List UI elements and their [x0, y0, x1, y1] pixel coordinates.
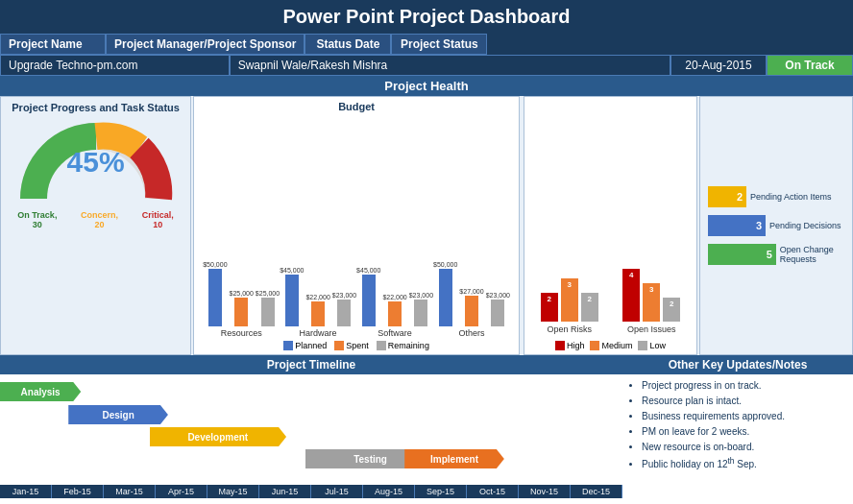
action-items-bar: 2 [708, 186, 746, 207]
action-items-row: 2 Pending Action Items [708, 186, 844, 207]
note-item-1: Project progress in on track. [642, 379, 845, 392]
legend-spent: Spent [346, 341, 369, 350]
note-item-6: Public holiday on 12th Sep. [642, 456, 845, 470]
legend-bars-section: 2 Pending Action Items 3 Pending Decisio… [699, 96, 853, 355]
budget-group-software: $45,000 $22,000 $23,000 Software [356, 267, 433, 338]
change-requests-bar: 5 [708, 244, 776, 265]
month-jan: Jan-15 [0, 485, 52, 498]
issue-medium-count: 3 [649, 283, 653, 294]
budget-group-others: $50,000 $27,000 $23,000 Others [433, 261, 510, 338]
budget-section: Budget $50,000 $25,000 $25, [193, 96, 520, 355]
legend-low: Low [649, 341, 666, 350]
risk-high-count: 2 [547, 293, 550, 303]
project-status-value: On Track [767, 55, 853, 76]
budget-legend: Planned Spent Remaining [198, 341, 515, 350]
notes-section: Other Key Updates/Notes Project progress… [622, 355, 853, 504]
open-risks-label: Open Risks [547, 324, 592, 334]
notes-body: Project progress in on track. Resource p… [622, 374, 853, 504]
progress-section: Project Progress and Task Status 45% On … [0, 96, 191, 355]
notes-header: Other Key Updates/Notes [622, 355, 853, 374]
month-sep: Sep-15 [415, 485, 467, 498]
decisions-bar: 3 [708, 215, 766, 236]
status-date-value: 20-Aug-2015 [670, 55, 767, 76]
decisions-label: Pending Decisions [769, 221, 841, 230]
risk-low-count: 2 [587, 293, 591, 303]
action-items-label: Pending Action Items [750, 192, 832, 202]
timeline-header: Project Timeline [0, 355, 622, 374]
month-jun: Jun-15 [259, 485, 311, 498]
legend-medium: Medium [601, 341, 632, 350]
critical-label: Critical,10 [142, 210, 174, 229]
month-feb: Feb-15 [52, 485, 104, 498]
project-health-header: Project Health [0, 76, 853, 96]
issue-low-count: 2 [670, 298, 673, 308]
budget-title: Budget [198, 101, 515, 112]
progress-title: Project Progress and Task Status [12, 102, 180, 113]
status-date-label: Status Date [305, 34, 391, 55]
timeline-body: Analysis Design Development Testing Impl… [0, 374, 622, 504]
month-mar: Mar-15 [104, 485, 156, 498]
month-aug: Aug-15 [363, 485, 415, 498]
note-item-4: PM on leave for 2 weeks. [642, 425, 845, 438]
timeline-bar-design: Design [68, 405, 168, 424]
open-issues-group: 4 3 2 Open Issues [622, 269, 680, 334]
decisions-row: 3 Pending Decisions [708, 215, 844, 236]
legend-remaining: Remaining [388, 341, 429, 350]
concern-label: Concern,20 [81, 210, 118, 229]
open-issues-label: Open Issues [627, 324, 676, 334]
risk-section: 2 3 2 Open Risks 4 [524, 96, 697, 355]
legend-high: High [567, 341, 585, 350]
timeline-section: Project Timeline Analysis Design Develop… [0, 355, 622, 504]
budget-label-hardware: Hardware [300, 328, 337, 338]
budget-group-resources: $50,000 $25,000 $25,000 Resources [203, 261, 280, 338]
legend-planned: Planned [295, 341, 327, 350]
budget-label-software: Software [378, 328, 412, 338]
risk-legend: High Medium Low [528, 341, 693, 350]
on-track-label: On Track,30 [17, 210, 57, 229]
pm-value: Swapnil Wale/Rakesh Mishra [230, 55, 670, 76]
timeline-bar-analysis: Analysis [0, 382, 81, 401]
timeline-bar-development: Development [150, 427, 287, 446]
month-dec: Dec-15 [571, 485, 622, 498]
note-item-5: New resource is on-board. [642, 441, 845, 453]
note-item-2: Resource plan is intact. [642, 395, 845, 407]
dashboard-title: Power Point Project Dashboard [0, 0, 853, 34]
note-item-3: Business requirements approved. [642, 410, 845, 422]
issue-high-count: 4 [629, 269, 633, 279]
month-may: May-15 [207, 485, 259, 498]
project-name-value: Upgrade Techno-pm.com [0, 55, 230, 76]
budget-label-resources: Resources [221, 328, 262, 338]
timeline-bar-implement: Implement [404, 449, 504, 468]
month-nov: Nov-15 [519, 485, 571, 498]
project-status-label: Project Status [391, 34, 487, 55]
month-jul: Jul-15 [311, 485, 363, 498]
change-requests-row: 5 Open Change Requests [708, 244, 844, 265]
project-name-label: Project Name [0, 34, 106, 55]
pm-label: Project Manager/Project Sponsor [106, 34, 305, 55]
month-apr: Apr-15 [156, 485, 207, 498]
change-requests-label: Open Change Requests [780, 245, 844, 264]
budget-group-hardware: $45,000 $22,000 $23,000 Hardware [280, 267, 356, 338]
budget-label-others: Others [458, 328, 484, 338]
open-risks-group: 2 3 2 Open Risks [541, 278, 598, 334]
risk-medium-count: 3 [567, 278, 571, 289]
month-oct: Oct-15 [467, 485, 519, 498]
timeline-months: Jan-15 Feb-15 Mar-15 Apr-15 May-15 Jun-1… [0, 485, 622, 498]
percentage-display: 45% [67, 146, 125, 179]
